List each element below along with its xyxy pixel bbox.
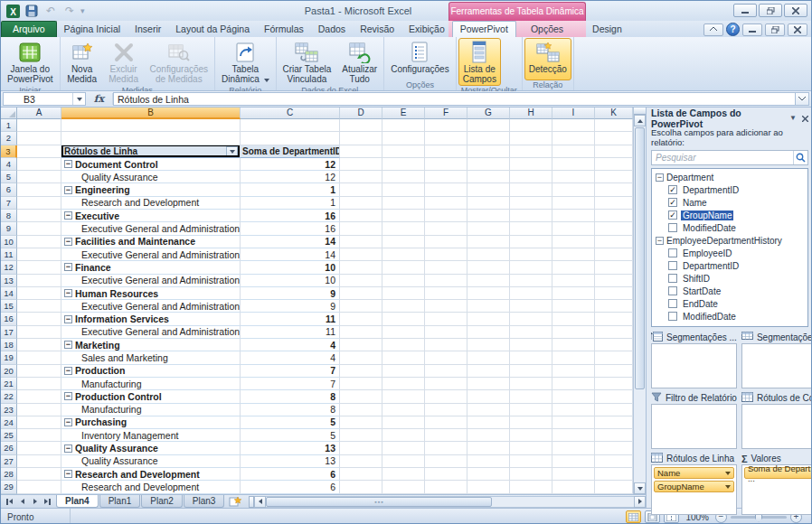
grid-cell-E17[interactable] xyxy=(382,326,425,339)
detection-button[interactable]: Detecção xyxy=(524,38,571,80)
grid-cell-D11[interactable] xyxy=(340,248,382,261)
grid-cell-H28[interactable] xyxy=(510,468,552,481)
grid-cell-G6[interactable] xyxy=(467,183,510,196)
grid-cell-E15[interactable] xyxy=(382,300,425,313)
grid-cell-I17[interactable] xyxy=(552,326,595,339)
grid-cell-H19[interactable] xyxy=(510,351,552,364)
grid-cell-C3[interactable]: Soma de DepartmentID xyxy=(241,145,340,158)
grid-cell-I27[interactable] xyxy=(552,455,595,468)
grid-cell-F17[interactable] xyxy=(425,326,467,339)
grid-cell-D21[interactable] xyxy=(340,378,382,390)
sheet-tab-plan3[interactable]: Plan3 xyxy=(184,495,225,508)
field-checkbox[interactable]: ✓ xyxy=(668,185,677,194)
grid-cell-I2[interactable] xyxy=(552,132,595,145)
grid-cell-B5[interactable]: Quality Assurance xyxy=(61,171,241,183)
grid-cell-A21[interactable] xyxy=(17,378,61,390)
grid-cell-F27[interactable] xyxy=(425,455,467,468)
grid-cell-E27[interactable] xyxy=(382,455,425,468)
grid-cell-F10[interactable] xyxy=(425,236,467,248)
grid-cell-I6[interactable] xyxy=(552,183,595,196)
collapse-table-icon[interactable]: − xyxy=(656,237,664,245)
tab-página-inicial[interactable]: Página Inicial xyxy=(57,22,127,37)
grid-cell-K21[interactable] xyxy=(595,378,633,390)
grid-cell-B3[interactable]: Rótulos de Linha xyxy=(61,145,241,158)
column-header-I[interactable]: I xyxy=(552,108,595,119)
grid-cell-K23[interactable] xyxy=(595,404,633,416)
grid-cell-K12[interactable] xyxy=(595,261,633,274)
insert-worksheet-icon[interactable] xyxy=(225,495,245,508)
grid-cell-B2[interactable] xyxy=(61,132,241,145)
grid-cell-F7[interactable] xyxy=(425,197,467,210)
row-header-14[interactable]: 14 xyxy=(1,287,17,300)
grid-cell-F14[interactable] xyxy=(425,287,467,300)
grid-cell-I16[interactable] xyxy=(552,313,595,325)
field-item-shiftid[interactable]: ShiftID xyxy=(652,272,807,285)
workbook-close-icon[interactable] xyxy=(788,23,807,36)
select-all-corner[interactable] xyxy=(1,108,17,119)
grid-cell-K17[interactable] xyxy=(595,326,633,339)
tab-powerpivot[interactable]: PowerPivot xyxy=(452,21,516,37)
grid-cell-C15[interactable]: 9 xyxy=(241,300,340,313)
grid-cell-E7[interactable] xyxy=(382,197,425,210)
grid-cell-G7[interactable] xyxy=(467,197,510,210)
grid-cell-H21[interactable] xyxy=(510,378,552,390)
row-header-20[interactable]: 20 xyxy=(1,365,17,378)
grid-cell-E6[interactable] xyxy=(382,183,425,196)
pivot-filter-dropdown-icon[interactable] xyxy=(226,146,238,157)
grid-cell-F23[interactable] xyxy=(425,404,467,416)
grid-cell-H25[interactable] xyxy=(510,429,552,442)
grid-cell-B17[interactable]: Executive General and Administration xyxy=(61,326,241,339)
grid-cell-A1[interactable] xyxy=(17,119,61,132)
row-header-25[interactable]: 25 xyxy=(1,429,17,442)
pane-close-icon[interactable] xyxy=(802,113,808,124)
row-header-16[interactable]: 16 xyxy=(1,313,17,325)
grid-cell-D19[interactable] xyxy=(340,351,382,364)
grid-cell-E23[interactable] xyxy=(382,404,425,416)
grid-cell-G18[interactable] xyxy=(467,339,510,351)
powerpivot-window-button[interactable]: Janela doPowerPivot xyxy=(3,38,58,86)
grid-cell-D18[interactable] xyxy=(340,339,382,351)
grid-cell-K6[interactable] xyxy=(595,183,633,196)
field-list-table-employeedepartmenthistory[interactable]: −EmployeeDepartmentHistory xyxy=(652,234,807,247)
grid-cell-H17[interactable] xyxy=(510,326,552,339)
refresh-all-button[interactable]: AtualizarTudo xyxy=(337,38,382,86)
row-header-23[interactable]: 23 xyxy=(1,404,17,416)
grid-cell-E8[interactable] xyxy=(382,210,425,222)
grid-cell-E13[interactable] xyxy=(382,275,425,287)
grid-cell-A3[interactable] xyxy=(17,145,61,158)
scroll-right-icon[interactable] xyxy=(634,496,646,508)
grid-cell-B11[interactable]: Executive General and Administration xyxy=(61,248,241,261)
grid-cell-K5[interactable] xyxy=(595,171,633,183)
grid-cell-E11[interactable] xyxy=(382,248,425,261)
grid-cell-D22[interactable] xyxy=(340,390,382,403)
previous-sheet-icon[interactable] xyxy=(16,496,28,507)
field-checkbox[interactable] xyxy=(668,248,677,257)
grid-cell-G16[interactable] xyxy=(467,313,510,325)
grid-cell-B27[interactable]: Quality Assurance xyxy=(61,455,241,468)
grid-cell-F4[interactable] xyxy=(425,158,467,171)
zone-box-column-labels[interactable] xyxy=(741,404,812,449)
column-header-E[interactable]: E xyxy=(382,108,425,119)
grid-cell-C26[interactable]: 13 xyxy=(241,442,340,454)
grid-cell-I3[interactable] xyxy=(552,145,595,158)
grid-cell-D28[interactable] xyxy=(340,468,382,481)
grid-cell-F22[interactable] xyxy=(425,390,467,403)
grid-cell-A16[interactable] xyxy=(17,313,61,325)
collapse-group-icon[interactable]: − xyxy=(64,238,72,246)
grid-cell-B29[interactable]: Research and Development xyxy=(61,481,241,493)
grid-cell-I15[interactable] xyxy=(552,300,595,313)
grid-cell-G25[interactable] xyxy=(467,429,510,442)
grid-cell-D13[interactable] xyxy=(340,275,382,287)
grid-cell-I19[interactable] xyxy=(552,351,595,364)
grid-cell-D14[interactable] xyxy=(340,287,382,300)
grid-cell-I7[interactable] xyxy=(552,197,595,210)
grid-cell-F2[interactable] xyxy=(425,132,467,145)
grid-cell-G4[interactable] xyxy=(467,158,510,171)
grid-cell-B4[interactable]: −Document Control xyxy=(61,158,241,171)
grid-cell-F1[interactable] xyxy=(425,119,467,132)
grid-cell-A15[interactable] xyxy=(17,300,61,313)
column-header-B[interactable]: B xyxy=(61,108,241,119)
insert-function-icon[interactable]: fx xyxy=(86,93,113,105)
tab-opções[interactable]: Opções xyxy=(516,22,578,37)
field-item-startdate[interactable]: StartDate xyxy=(652,285,807,297)
